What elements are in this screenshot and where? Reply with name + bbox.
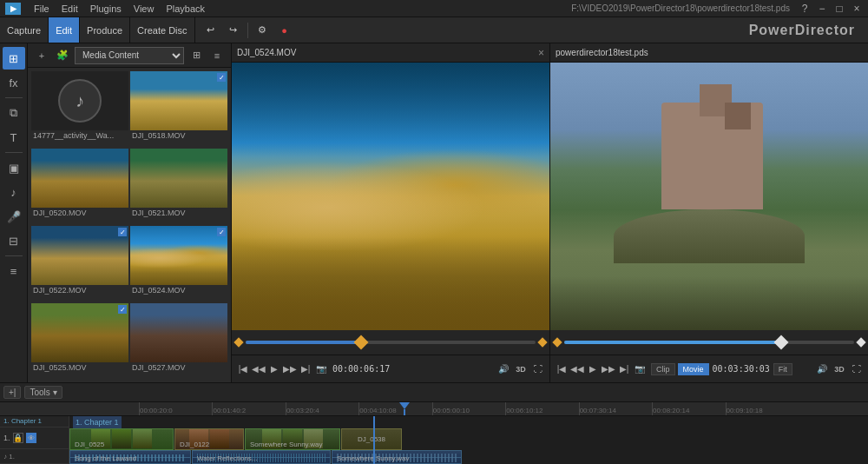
clip-0538[interactable]: DJ_0538 [341, 428, 402, 450]
tool-voice[interactable]: 🎤 [3, 205, 25, 228]
project-snapshot[interactable]: 📷 [632, 361, 648, 377]
maximize-button[interactable]: □ [833, 3, 845, 15]
audio-clip-lawand[interactable]: Song of the Lawand [69, 450, 191, 464]
source-fullscreen[interactable]: ⛶ [530, 361, 546, 377]
project-next-frame[interactable]: ▶| [616, 361, 632, 377]
audio-clip-water[interactable]: Water Reflections... [192, 450, 331, 464]
clip-label-sunny: Somewhere Sunny.way [247, 441, 325, 448]
clip-sunny[interactable]: Somewhere Sunny.way [245, 428, 340, 450]
tool-transition[interactable]: ⧉ [3, 102, 25, 124]
record-button[interactable]: ● [275, 21, 294, 40]
audio-clip-sunny[interactable]: Somewhere Sunny.wav [332, 450, 462, 464]
track-label-audio: ♪ 1. [0, 449, 69, 464]
track-labels: 1. Chapter 1 1. 🔒 👁 ♪ 1. [0, 416, 69, 464]
source-timeline-slider[interactable] [246, 341, 536, 344]
menu-view[interactable]: View [128, 0, 161, 17]
section-create-disc[interactable]: Create Disc [130, 17, 194, 43]
tool-more[interactable]: ≡ [3, 260, 25, 282]
left-tools: ⊞ fx ⧉ T ▣ ♪ 🎤 ⊟ ≡ [0, 43, 28, 382]
source-3d[interactable]: 3D [513, 361, 529, 377]
project-timecode: 00:03:30:03 [713, 364, 770, 374]
project-step-back[interactable]: ◀◀ [569, 361, 585, 377]
section-capture[interactable]: Capture [0, 17, 49, 43]
media-check-0524: ✓ [217, 228, 226, 236]
media-item-label-0521: DJI_0521.MOV [130, 208, 227, 218]
source-prev-frame[interactable]: |◀ [235, 361, 251, 377]
media-item-0520[interactable]: DJI_0520.MOV [31, 149, 128, 224]
tool-media[interactable]: ⊞ [3, 47, 25, 70]
clip-mode-btn[interactable]: Clip [651, 363, 675, 375]
list-view-button[interactable]: ≡ [208, 47, 226, 64]
content-type-dropdown[interactable]: Media Content [75, 47, 184, 64]
playhead [373, 416, 375, 464]
preview-panels: DJI_0524.MOV × [232, 43, 868, 382]
tool-pip[interactable]: ▣ [3, 156, 25, 179]
source-next-frame[interactable]: ▶| [298, 361, 313, 377]
media-panel: + 🧩 Media Content ⊞ ≡ ♪ 14777__activity_… [28, 43, 232, 382]
media-item-0527[interactable]: DJI_0527.MOV [130, 303, 227, 379]
source-play[interactable]: ▶ [266, 361, 282, 377]
project-3d[interactable]: 3D [832, 361, 847, 377]
media-item-label-0520: DJI_0520.MOV [31, 208, 128, 218]
close-button[interactable]: × [851, 3, 863, 15]
project-timeline-slider[interactable] [564, 341, 854, 344]
app-logo: ▶ [5, 3, 21, 15]
ruler-mark-2: 00:03:20:4 [286, 402, 358, 415]
menu-file[interactable]: File [28, 0, 56, 17]
settings-button[interactable]: ⚙ [253, 21, 272, 40]
media-item-0518[interactable]: ✓ DJI_0518.MOV [130, 71, 227, 147]
redo-button[interactable]: ↪ [224, 21, 243, 40]
media-item-0524[interactable]: ✓ DJI_0524.MOV [130, 226, 227, 302]
media-item-audio[interactable]: ♪ 14777__activity__Wa... [31, 71, 128, 147]
media-grid: ♪ 14777__activity__Wa... ✓ DJI_0518.MOV … [28, 68, 231, 382]
undo-button[interactable]: ↩ [201, 21, 220, 40]
source-step-back[interactable]: ◀◀ [251, 361, 266, 377]
movie-mode-btn[interactable]: Movie [678, 363, 709, 375]
preview-source-filename: DJI_0524.MOV [237, 48, 296, 57]
source-step-fwd[interactable]: ▶▶ [282, 361, 298, 377]
puzzle-icon[interactable]: 🧩 [54, 47, 71, 64]
menu-edit[interactable]: Edit [56, 0, 84, 17]
section-produce[interactable]: Produce [80, 17, 130, 43]
edit-label: Edit [56, 25, 72, 36]
grid-view-button[interactable]: ⊞ [187, 47, 205, 64]
fit-dropdown[interactable]: Fit [773, 363, 792, 375]
track-lock[interactable]: 🔒 [13, 433, 23, 443]
menu-plugins[interactable]: Plugins [84, 0, 128, 17]
project-end-marker[interactable] [856, 337, 865, 347]
track-eye[interactable]: 👁 [26, 433, 36, 443]
project-volume[interactable]: 🔊 [814, 361, 830, 377]
tool-fx[interactable]: fx [3, 71, 25, 94]
ruler-mark-3: 00:04:10:08 [358, 402, 431, 415]
tool-title[interactable]: T [3, 126, 25, 149]
project-play[interactable]: ▶ [585, 361, 601, 377]
media-panel-header: + 🧩 Media Content ⊞ ≡ [28, 43, 231, 68]
add-track-btn[interactable]: +| [3, 386, 21, 399]
media-item-0521[interactable]: DJI_0521.MOV [130, 149, 227, 224]
source-volume[interactable]: 🔊 [496, 361, 511, 377]
project-start-marker[interactable] [552, 337, 562, 347]
tool-audio[interactable]: ♪ [3, 181, 25, 203]
clip-0525[interactable]: DJI_0525 [69, 428, 174, 450]
project-step-fwd[interactable]: ▶▶ [601, 361, 616, 377]
menu-playback[interactable]: Playback [160, 0, 211, 17]
timeline-tracks: 1. Chapter 1 1. 🔒 👁 ♪ 1. 1. Chapter 1 [0, 416, 868, 464]
section-edit[interactable]: Edit [49, 17, 80, 43]
minimize-button[interactable]: − [816, 3, 828, 15]
preview-project-title-bar: powerdirector18test.pds [550, 43, 868, 63]
media-item-0525[interactable]: ✓ DJI_0525.MOV [31, 303, 128, 379]
preview-source-close[interactable]: × [538, 47, 544, 59]
tool-chapters[interactable]: ⊟ [3, 229, 25, 252]
source-end-marker[interactable] [537, 337, 547, 347]
preview-project: powerdirector18test.pds [550, 43, 868, 382]
media-item-0522[interactable]: ✓ DJI_0522.MOV [31, 226, 128, 302]
source-start-marker[interactable] [233, 337, 243, 347]
source-snapshot[interactable]: 📷 [313, 361, 329, 377]
help-button[interactable]: ? [799, 3, 811, 15]
import-button[interactable]: + [33, 47, 50, 64]
project-prev-frame[interactable]: |◀ [554, 361, 569, 377]
project-fullscreen[interactable]: ⛶ [849, 361, 865, 377]
tools-dropdown[interactable]: Tools ▾ [24, 386, 62, 399]
clip-dji0122[interactable]: DJI_0122 [174, 428, 244, 450]
clip-label-0525: DJI_0525 [72, 441, 107, 448]
